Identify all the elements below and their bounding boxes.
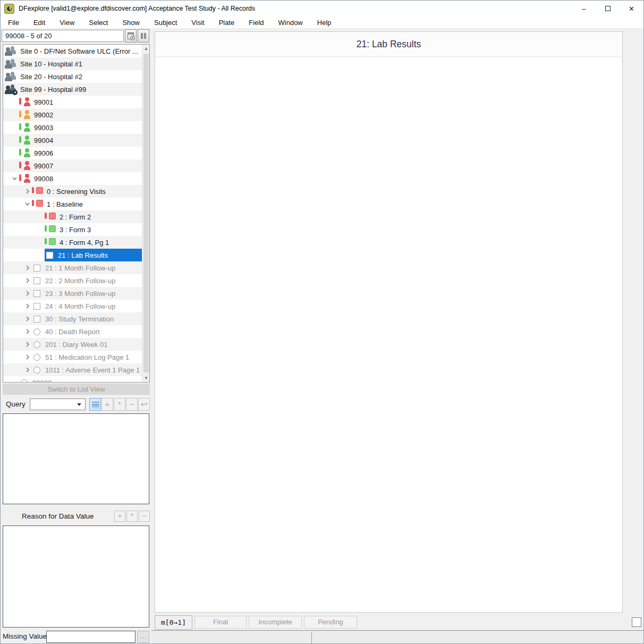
reason-add-button[interactable]: + bbox=[114, 511, 125, 522]
tree-item-label: Site 99 - Hospital #99 bbox=[20, 86, 86, 94]
tree-item[interactable]: Site 10 - Hospital #1 bbox=[3, 57, 142, 70]
tree-item[interactable]: 51 : Medication Log Page 1 bbox=[3, 351, 142, 363]
tree-item[interactable]: 99004 bbox=[3, 134, 142, 147]
window-title: DFexplore [valid1@explore.dfdiscover.com… bbox=[19, 5, 255, 12]
tree-item[interactable]: Site 0 - DF/Net Software ULC (Error ... bbox=[3, 45, 142, 57]
chevron-right-icon[interactable] bbox=[22, 303, 32, 309]
query-asterisk-button[interactable]: * bbox=[114, 398, 125, 411]
tree-item[interactable]: 99002 bbox=[3, 108, 142, 121]
tree-item[interactable]: 40 : Death Report bbox=[3, 325, 142, 338]
query-text-area[interactable] bbox=[3, 413, 149, 504]
app-icon bbox=[4, 4, 14, 14]
menu-window[interactable]: Window bbox=[278, 19, 303, 27]
query-select[interactable] bbox=[30, 399, 86, 410]
incomplete-button[interactable]: Incomplete bbox=[249, 616, 302, 629]
chevron-right-icon[interactable] bbox=[22, 354, 32, 360]
visit-status-icon bbox=[45, 212, 57, 222]
chevron-down-icon[interactable] bbox=[10, 175, 19, 182]
final-button[interactable]: Final bbox=[194, 616, 247, 629]
tree-item[interactable]: 0 : Screening Visits bbox=[3, 185, 142, 198]
tree-item[interactable]: 1011 : Adverse Event 1 Page 1 bbox=[3, 363, 142, 376]
menu-view[interactable]: View bbox=[60, 19, 74, 27]
tree-item[interactable]: 201 : Diary Week 01 bbox=[3, 338, 142, 351]
app-window: DFexplore [valid1@explore.dfdiscover.com… bbox=[0, 0, 644, 644]
chevron-right-icon[interactable] bbox=[22, 188, 32, 194]
reason-toolbar: Reason for Data Value + * − bbox=[1, 511, 151, 523]
split-view-button[interactable] bbox=[138, 29, 149, 43]
tree-item-label: Site 20 - Hospital #2 bbox=[20, 73, 82, 81]
validate-indicator[interactable] bbox=[632, 617, 641, 627]
tree-item[interactable]: 99001 bbox=[3, 96, 142, 108]
missing-value-input[interactable] bbox=[46, 631, 135, 643]
site-icon: ▾ bbox=[5, 84, 18, 94]
tree-scrollbar[interactable]: ▲ ▼ bbox=[142, 45, 149, 382]
chevron-right-icon[interactable] bbox=[22, 328, 32, 335]
tree-item[interactable]: 30 : Study Termination bbox=[3, 312, 142, 325]
tree-item[interactable]: 99006 bbox=[3, 147, 142, 159]
menu-select[interactable]: Select bbox=[89, 19, 108, 27]
menu-file[interactable]: File bbox=[8, 19, 19, 27]
tree-item[interactable]: 1 : Baseline bbox=[3, 198, 142, 210]
tree-item-label: 99007 bbox=[34, 162, 53, 170]
missing-value-browse-button[interactable]: ... bbox=[137, 631, 149, 643]
tree-item[interactable]: ▾Site 99 - Hospital #99 bbox=[3, 83, 142, 96]
menu-show[interactable]: Show bbox=[122, 19, 140, 27]
menu-edit[interactable]: Edit bbox=[33, 19, 45, 27]
tree-item-label: 0 : Screening Visits bbox=[47, 188, 106, 196]
maximize-button[interactable] bbox=[596, 1, 620, 16]
reason-text-area[interactable] bbox=[3, 526, 149, 628]
chevron-right-icon[interactable] bbox=[22, 277, 32, 284]
query-undo-button[interactable]: ↩ bbox=[138, 398, 150, 411]
chevron-right-icon[interactable] bbox=[22, 316, 32, 322]
tree-item[interactable]: 99007 bbox=[3, 159, 142, 172]
close-button[interactable]: ✕ bbox=[620, 1, 643, 16]
query-add-button[interactable]: + bbox=[101, 398, 113, 411]
record-indicator-text: 99008 - 5 of 20 bbox=[5, 32, 52, 40]
query-remove-button[interactable]: − bbox=[126, 398, 138, 411]
patient-status-icon bbox=[19, 123, 31, 132]
menu-visit[interactable]: Visit bbox=[191, 19, 204, 27]
tree-item[interactable]: 24 : 4 Month Follow-up bbox=[3, 300, 142, 312]
tree-item-label: 99003 bbox=[34, 124, 53, 132]
menu-subject[interactable]: Subject bbox=[154, 19, 177, 27]
tree-item[interactable]: 4 : Form 4, Pg 1 bbox=[3, 236, 142, 249]
reason-asterisk-button[interactable]: * bbox=[126, 511, 138, 522]
patient-status-icon bbox=[19, 174, 31, 183]
chevron-down-icon[interactable] bbox=[22, 201, 32, 207]
tree-item[interactable]: Site 20 - Hospital #2 bbox=[3, 70, 142, 83]
tree-item[interactable]: 2 : Form 2 bbox=[3, 210, 142, 223]
tree-item[interactable]: 21 : Lab Results bbox=[3, 249, 142, 261]
tree-item[interactable]: 99003 bbox=[3, 121, 142, 134]
close-icon: ✕ bbox=[629, 5, 634, 13]
split-panes-icon bbox=[141, 33, 143, 39]
empty-record-checkbox-icon bbox=[33, 277, 40, 284]
menu-help[interactable]: Help bbox=[317, 19, 332, 27]
menu-plate[interactable]: Plate bbox=[219, 19, 235, 27]
menu-field[interactable]: Field bbox=[249, 19, 264, 27]
scroll-up-icon[interactable]: ▲ bbox=[142, 45, 150, 53]
tree-item[interactable]: 99009 bbox=[3, 376, 142, 383]
chevron-right-icon[interactable] bbox=[22, 367, 32, 373]
scroll-down-icon[interactable]: ▼ bbox=[142, 374, 150, 382]
reason-remove-button[interactable]: − bbox=[139, 511, 150, 522]
tree-item-label: 99002 bbox=[34, 111, 53, 119]
query-list-button[interactable] bbox=[89, 398, 101, 411]
switch-to-list-view-button[interactable]: Switch to List View bbox=[3, 384, 150, 395]
tree-item[interactable]: 3 : Form 3 bbox=[3, 223, 142, 236]
chevron-right-icon[interactable] bbox=[22, 290, 32, 296]
chevron-right-icon[interactable] bbox=[22, 341, 32, 348]
pending-button[interactable]: Pending bbox=[304, 616, 357, 629]
tree-item[interactable]: 22 : 2 Month Follow-up bbox=[3, 274, 142, 287]
visit-status-icon bbox=[32, 187, 44, 196]
tree-item[interactable]: 99008 bbox=[3, 172, 142, 185]
tree-item-label: Site 10 - Hospital #1 bbox=[20, 60, 82, 68]
tree-item-label: 99006 bbox=[34, 149, 53, 157]
tree-item[interactable]: 21 : 1 Month Follow-up bbox=[3, 261, 142, 274]
scrollbar-thumb[interactable] bbox=[143, 54, 149, 372]
minimize-icon: – bbox=[582, 5, 586, 13]
minimize-button[interactable]: – bbox=[572, 1, 596, 16]
tree-item-label: 51 : Medication Log Page 1 bbox=[45, 353, 129, 361]
tree-item[interactable]: 23 : 3 Month Follow-up bbox=[3, 287, 142, 300]
timeline-view-button[interactable] bbox=[125, 29, 137, 43]
chevron-right-icon[interactable] bbox=[22, 265, 32, 271]
